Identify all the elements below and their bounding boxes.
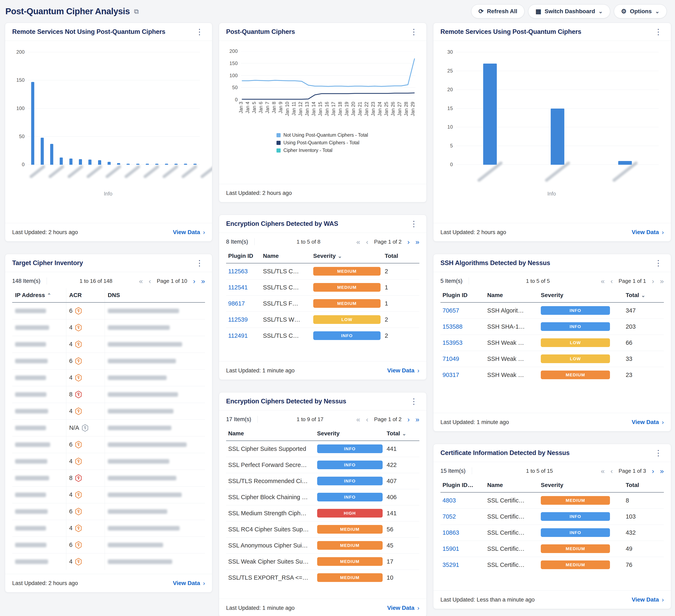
ip-cell[interactable]	[12, 319, 66, 336]
dns-cell[interactable]	[105, 419, 205, 436]
bar[interactable]	[136, 164, 139, 165]
options-button[interactable]: ⚙ Options ⌄	[614, 4, 667, 18]
prev-page-button[interactable]: ‹	[366, 238, 368, 245]
dns-cell[interactable]	[105, 386, 205, 403]
bar[interactable]	[194, 164, 197, 165]
bar[interactable]	[98, 160, 101, 165]
kebab-menu-icon[interactable]: ⋮	[408, 28, 420, 36]
bar[interactable]	[50, 144, 53, 165]
column-header[interactable]: IP Address⌃	[12, 288, 66, 302]
next-page-button[interactable]: ›	[407, 416, 410, 423]
kebab-menu-icon[interactable]: ⋮	[194, 28, 205, 36]
column-header[interactable]: ACR	[66, 288, 105, 302]
first-page-button[interactable]: «	[139, 278, 143, 285]
dns-cell[interactable]	[105, 520, 205, 537]
first-page-button[interactable]: «	[601, 278, 605, 285]
column-header[interactable]: Severity	[539, 478, 623, 492]
column-header[interactable]: Name	[261, 249, 311, 263]
bar[interactable]	[146, 164, 149, 165]
prev-page-button[interactable]: ‹	[610, 278, 613, 285]
view-data-link[interactable]: View Data ›	[631, 229, 664, 236]
ip-cell[interactable]	[12, 537, 66, 553]
dns-cell[interactable]	[105, 403, 205, 419]
dns-cell[interactable]	[105, 503, 205, 520]
kebab-menu-icon[interactable]: ⋮	[194, 259, 205, 267]
column-header[interactable]: Total⌄	[623, 288, 664, 302]
last-page-button[interactable]: »	[660, 278, 664, 285]
dns-cell[interactable]	[105, 369, 205, 386]
bar[interactable]	[31, 82, 34, 165]
plugin-id-link[interactable]: 112541	[226, 279, 261, 295]
kebab-menu-icon[interactable]: ⋮	[408, 220, 420, 228]
column-header[interactable]: Total⌄	[385, 427, 420, 441]
dns-cell[interactable]	[105, 353, 205, 369]
bar[interactable]	[155, 164, 158, 165]
column-header[interactable]: Severity	[539, 288, 623, 302]
column-header[interactable]: Total	[623, 478, 664, 492]
plugin-id-link[interactable]: 112539	[226, 311, 261, 328]
plugin-id-link[interactable]: 112563	[226, 263, 261, 279]
bar[interactable]	[79, 159, 82, 165]
ip-cell[interactable]	[12, 419, 66, 436]
copy-icon[interactable]: ⧉	[134, 8, 139, 15]
plugin-id-link[interactable]: 112491	[226, 328, 261, 344]
first-page-button[interactable]: «	[356, 416, 360, 423]
bar[interactable]	[41, 138, 44, 165]
ip-cell[interactable]	[12, 486, 66, 503]
view-data-link[interactable]: View Data ›	[631, 419, 664, 426]
ip-cell[interactable]	[12, 553, 66, 570]
plugin-id-link[interactable]: 153953	[440, 335, 485, 351]
last-page-button[interactable]: »	[660, 467, 664, 474]
bar[interactable]	[551, 108, 564, 165]
plugin-id-link[interactable]: 10863	[440, 525, 485, 541]
prev-page-button[interactable]: ‹	[149, 278, 151, 285]
plugin-id-link[interactable]: 15901	[440, 541, 485, 557]
next-page-button[interactable]: ›	[193, 278, 195, 285]
dns-cell[interactable]	[105, 436, 205, 453]
view-data-link[interactable]: View Data ›	[173, 229, 205, 236]
switch-dashboard-button[interactable]: ▦ Switch Dashboard ⌄	[528, 4, 610, 18]
view-data-link[interactable]: View Data ›	[631, 596, 664, 603]
dns-cell[interactable]	[105, 537, 205, 553]
ip-cell[interactable]	[12, 470, 66, 486]
plugin-id-link[interactable]: 71049	[440, 351, 485, 367]
column-header[interactable]: DNS	[105, 288, 205, 302]
bar[interactable]	[618, 161, 632, 165]
ip-cell[interactable]	[12, 353, 66, 369]
bar[interactable]	[184, 164, 187, 165]
column-header[interactable]: Total	[383, 249, 420, 263]
column-header[interactable]: Name	[485, 288, 539, 302]
bar[interactable]	[117, 163, 120, 165]
refresh-all-button[interactable]: ⟳ Refresh All	[471, 4, 524, 18]
bar[interactable]	[127, 164, 130, 165]
prev-page-button[interactable]: ‹	[610, 467, 613, 474]
dns-cell[interactable]	[105, 319, 205, 336]
kebab-menu-icon[interactable]: ⋮	[653, 259, 664, 267]
last-page-button[interactable]: »	[416, 238, 420, 245]
ip-cell[interactable]	[12, 386, 66, 403]
bar[interactable]	[174, 164, 177, 165]
column-header[interactable]: Plugin ID…	[440, 478, 485, 492]
dns-cell[interactable]	[105, 553, 205, 570]
bar[interactable]	[88, 160, 91, 165]
column-header[interactable]: Plugin ID	[226, 249, 261, 263]
dns-cell[interactable]	[105, 453, 205, 470]
ip-cell[interactable]	[12, 520, 66, 537]
dns-cell[interactable]	[105, 336, 205, 353]
column-header[interactable]: Severity⌄	[311, 249, 383, 263]
bar[interactable]	[483, 64, 497, 165]
next-page-button[interactable]: ›	[652, 467, 654, 474]
ip-cell[interactable]	[12, 503, 66, 520]
plugin-id-link[interactable]: 153588	[440, 318, 485, 335]
column-header[interactable]: Name	[485, 478, 539, 492]
bar[interactable]	[60, 157, 63, 165]
first-page-button[interactable]: «	[356, 238, 360, 245]
plugin-id-link[interactable]: 90317	[440, 367, 485, 383]
ip-cell[interactable]	[12, 453, 66, 470]
kebab-menu-icon[interactable]: ⋮	[408, 397, 420, 405]
ip-cell[interactable]	[12, 302, 66, 319]
view-data-link[interactable]: View Data ›	[173, 580, 205, 587]
next-page-button[interactable]: ›	[407, 238, 410, 245]
kebab-menu-icon[interactable]: ⋮	[653, 449, 664, 457]
dns-cell[interactable]	[105, 486, 205, 503]
